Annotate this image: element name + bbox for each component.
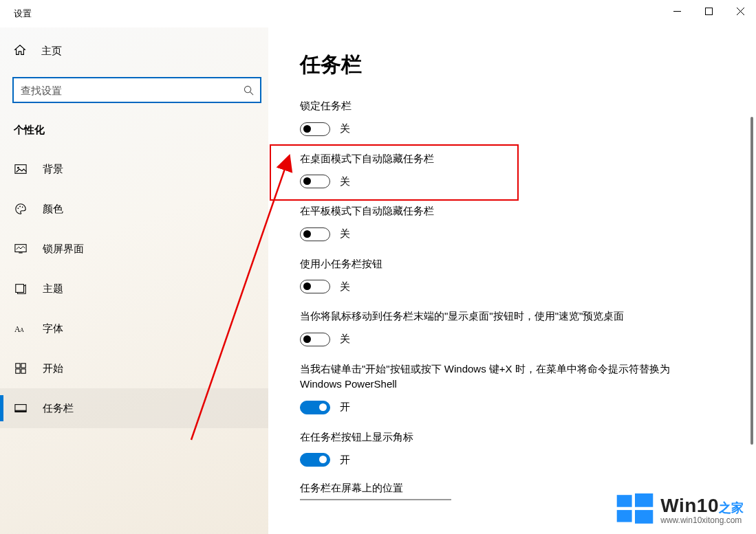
search-input[interactable]: [14, 85, 237, 96]
sidebar-item-label: 任务栏: [43, 402, 74, 415]
setting-label: 在任务栏按钮上显示角标: [300, 430, 685, 445]
sidebar-item-label: 字体: [43, 322, 63, 335]
sidebar-item-6[interactable]: 任务栏: [0, 388, 268, 428]
maximize-button[interactable]: [693, 0, 724, 22]
window-title: 设置: [14, 8, 32, 20]
svg-line-5: [250, 91, 252, 94]
sidebar: 主页 个性化 背景颜色锁屏界面主题AA字体开始任务栏: [0, 27, 268, 534]
sidebar-home[interactable]: 主页: [0, 34, 268, 67]
svg-rect-17: [21, 364, 25, 368]
sidebar-item-label: 主题: [43, 282, 63, 296]
sidebar-item-5[interactable]: 开始: [0, 348, 268, 388]
svg-rect-21: [15, 410, 26, 412]
sidebar-item-3[interactable]: 主题: [0, 269, 268, 309]
toggle[interactable]: [300, 280, 330, 293]
toggle-state-text: 开: [340, 454, 350, 467]
search-box[interactable]: [12, 77, 261, 103]
setting-6: 在任务栏按钮上显示角标开: [300, 430, 715, 467]
sidebar-item-4[interactable]: AA字体: [0, 309, 268, 348]
dropdown-position[interactable]: [300, 499, 451, 500]
palette-icon: [14, 202, 28, 216]
sidebar-item-label: 开始: [43, 362, 63, 375]
lockscreen-icon: [14, 242, 28, 256]
svg-point-7: [17, 167, 19, 169]
sidebar-item-2[interactable]: 锁屏界面: [0, 229, 268, 269]
svg-rect-26: [635, 510, 653, 524]
watermark-logo-icon: [616, 493, 654, 527]
toggle-state-text: 开: [340, 401, 350, 414]
toggle[interactable]: [300, 122, 330, 136]
setting-label: 当我右键单击"开始"按钮或按下 Windows 键+X 时，在菜单中将命令提示符…: [300, 361, 685, 392]
svg-rect-19: [21, 369, 25, 373]
svg-rect-13: [16, 285, 24, 293]
svg-point-10: [22, 206, 23, 208]
close-button[interactable]: [724, 0, 756, 22]
setting-label: 使用小任务栏按钮: [300, 256, 685, 272]
svg-rect-24: [635, 493, 653, 507]
toggle[interactable]: [300, 227, 330, 241]
close-icon: [737, 8, 744, 15]
font-icon: AA: [14, 322, 28, 335]
setting-2: 在平板模式下自动隐藏任务栏关: [300, 203, 715, 241]
setting-0: 锁定任务栏关: [300, 98, 715, 136]
sidebar-item-label: 背景: [43, 163, 63, 176]
setting-label: 锁定任务栏: [300, 98, 685, 114]
watermark: Win10之家 www.win10xitong.com: [616, 493, 744, 527]
start-icon: [14, 361, 28, 375]
toggle-state-text: 关: [340, 333, 350, 346]
sidebar-section-header: 个性化: [0, 118, 268, 149]
image-icon: [14, 162, 28, 176]
svg-point-9: [19, 206, 21, 208]
svg-text:A: A: [20, 327, 24, 333]
svg-rect-18: [16, 369, 20, 373]
setting-1: 在桌面模式下自动隐藏任务栏关: [300, 151, 715, 189]
svg-rect-25: [617, 510, 632, 522]
taskbar-icon: [14, 401, 28, 415]
toggle[interactable]: [300, 453, 330, 467]
setting-4: 当你将鼠标移动到任务栏末端的"显示桌面"按钮时，使用"速览"预览桌面关: [300, 309, 715, 346]
toggle-state-text: 关: [340, 122, 350, 135]
minimize-button[interactable]: [661, 0, 693, 22]
toggle[interactable]: [300, 175, 330, 188]
setting-3: 使用小任务栏按钮关: [300, 256, 715, 294]
maximize-icon: [705, 8, 713, 15]
svg-rect-12: [19, 252, 22, 253]
sidebar-home-label: 主页: [41, 45, 62, 58]
toggle[interactable]: [300, 333, 330, 346]
svg-rect-16: [16, 364, 20, 368]
sidebar-item-label: 颜色: [43, 203, 63, 216]
toggle[interactable]: [300, 401, 330, 414]
theme-icon: [14, 282, 28, 296]
svg-rect-1: [705, 8, 712, 14]
search-icon: [237, 85, 260, 96]
setting-5: 当我右键单击"开始"按钮或按下 Windows 键+X 时，在菜单中将命令提示符…: [300, 361, 715, 414]
watermark-url: www.win10xitong.com: [660, 516, 742, 525]
titlebar: 设置: [0, 0, 756, 27]
toggle-state-text: 关: [340, 280, 350, 293]
svg-rect-23: [617, 495, 632, 507]
toggle-state-text: 关: [340, 227, 350, 241]
sidebar-item-1[interactable]: 颜色: [0, 189, 268, 229]
svg-point-4: [244, 86, 250, 92]
watermark-sub: 之家: [719, 501, 744, 515]
watermark-main: Win10: [660, 495, 719, 516]
sidebar-item-0[interactable]: 背景: [0, 149, 268, 189]
home-icon: [14, 44, 26, 58]
page-title: 任务栏: [300, 51, 715, 79]
setting-label: 当你将鼠标移动到任务栏末端的"显示桌面"按钮时，使用"速览"预览桌面: [300, 309, 685, 324]
scrollbar[interactable]: [750, 117, 753, 445]
svg-point-8: [18, 208, 19, 209]
toggle-state-text: 关: [340, 175, 350, 188]
minimize-icon: [673, 8, 681, 15]
setting-label: 在平板模式下自动隐藏任务栏: [300, 203, 685, 219]
sidebar-item-label: 锁屏界面: [43, 243, 84, 256]
main-content: 任务栏 锁定任务栏关在桌面模式下自动隐藏任务栏关在平板模式下自动隐藏任务栏关使用…: [268, 27, 756, 534]
setting-label: 在桌面模式下自动隐藏任务栏: [300, 151, 685, 167]
